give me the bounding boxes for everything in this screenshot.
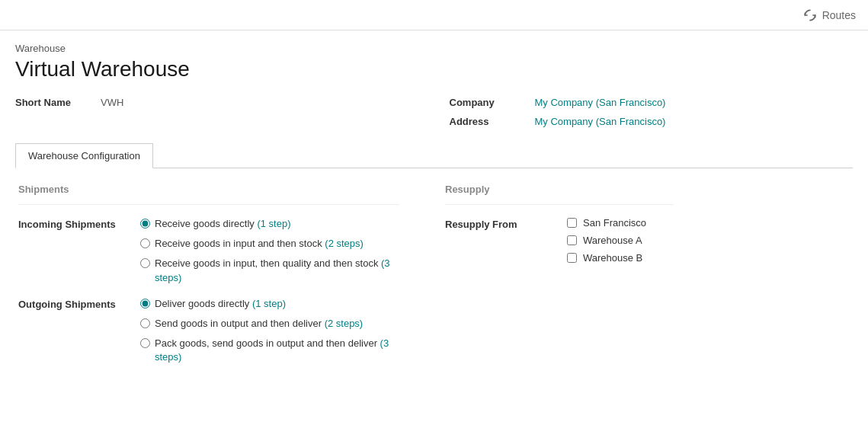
incoming-radio-2[interactable] (140, 238, 150, 248)
shipments-divider (18, 204, 399, 205)
incoming-option-1[interactable]: Receive goods directly (1 step) (140, 217, 399, 231)
outgoing-text-3: Pack goods, send goods in output and the… (155, 337, 399, 364)
incoming-label: Incoming Shipments (18, 217, 125, 285)
outgoing-options: Deliver goods directly (1 step) Send goo… (140, 297, 399, 365)
outgoing-radio-3[interactable] (140, 338, 150, 348)
shipments-section: Shipments Incoming Shipments Receive goo… (18, 184, 399, 377)
company-label: Company (450, 97, 526, 108)
resupply-options: San Francisco Warehouse A Warehouse B (567, 217, 646, 264)
resupply-checkbox-3[interactable] (567, 253, 577, 263)
form-left: Short Name VWH (15, 97, 419, 127)
outgoing-label: Outgoing Shipments (18, 297, 125, 365)
resupply-header: Resupply (445, 184, 674, 195)
resupply-from-group: Resupply From San Francisco Warehouse A … (445, 217, 674, 264)
form-section: Short Name VWH Company My Company (San F… (15, 97, 853, 127)
resupply-section: Resupply Resupply From San Francisco War… (445, 184, 674, 377)
outgoing-option-1[interactable]: Deliver goods directly (1 step) (140, 297, 399, 311)
company-row: Company My Company (San Francisco) (450, 97, 854, 108)
incoming-radio-3[interactable] (140, 258, 150, 268)
short-name-label: Short Name (15, 97, 91, 108)
incoming-text-1: Receive goods directly (1 step) (155, 217, 290, 231)
config-content: Shipments Incoming Shipments Receive goo… (15, 184, 853, 377)
routes-button[interactable]: Routes (802, 8, 856, 23)
resupply-label-2: Warehouse A (583, 235, 642, 246)
address-row: Address My Company (San Francisco) (450, 116, 854, 127)
page-title: Virtual Warehouse (15, 57, 853, 82)
tabs: Warehouse Configuration (15, 142, 853, 168)
routes-label: Routes (822, 9, 856, 21)
top-bar: Routes (0, 0, 868, 30)
incoming-text-3: Receive goods in input, then quality and… (155, 257, 399, 284)
address-value[interactable]: My Company (San Francisco) (535, 116, 666, 127)
incoming-option-2[interactable]: Receive goods in input and then stock (2… (140, 237, 399, 251)
outgoing-shipments-group: Outgoing Shipments Deliver goods directl… (18, 297, 399, 365)
incoming-radio-1[interactable] (140, 219, 150, 229)
resupply-option-3[interactable]: Warehouse B (567, 252, 646, 264)
resupply-option-1[interactable]: San Francisco (567, 217, 646, 229)
resupply-checkbox-1[interactable] (567, 218, 577, 228)
resupply-option-2[interactable]: Warehouse A (567, 235, 646, 246)
resupply-label-3: Warehouse B (583, 252, 642, 264)
outgoing-radio-1[interactable] (140, 299, 150, 309)
outgoing-radio-2[interactable] (140, 318, 150, 328)
shipments-header: Shipments (18, 184, 399, 195)
outgoing-text-1: Deliver goods directly (1 step) (155, 297, 286, 311)
routes-icon (802, 8, 818, 23)
outgoing-text-2: Send goods in output and then deliver (2… (155, 317, 363, 331)
resupply-label-1: San Francisco (583, 217, 646, 229)
company-value[interactable]: My Company (San Francisco) (535, 97, 666, 108)
incoming-shipments-group: Incoming Shipments Receive goods directl… (18, 217, 399, 285)
breadcrumb: Warehouse (15, 43, 853, 54)
short-name-value: VWH (101, 97, 123, 108)
outgoing-option-2[interactable]: Send goods in output and then deliver (2… (140, 317, 399, 331)
outgoing-option-3[interactable]: Pack goods, send goods in output and the… (140, 337, 399, 364)
incoming-text-2: Receive goods in input and then stock (2… (155, 237, 364, 251)
incoming-option-3[interactable]: Receive goods in input, then quality and… (140, 257, 399, 284)
main-content: Warehouse Virtual Warehouse Short Name V… (0, 30, 868, 389)
form-right: Company My Company (San Francisco) Addre… (450, 97, 854, 127)
tab-warehouse-configuration[interactable]: Warehouse Configuration (15, 143, 153, 168)
resupply-checkbox-2[interactable] (567, 235, 577, 245)
incoming-options: Receive goods directly (1 step) Receive … (140, 217, 399, 285)
address-label: Address (450, 116, 526, 127)
resupply-from-label: Resupply From (445, 217, 552, 264)
short-name-row: Short Name VWH (15, 97, 419, 108)
resupply-divider (445, 204, 674, 205)
